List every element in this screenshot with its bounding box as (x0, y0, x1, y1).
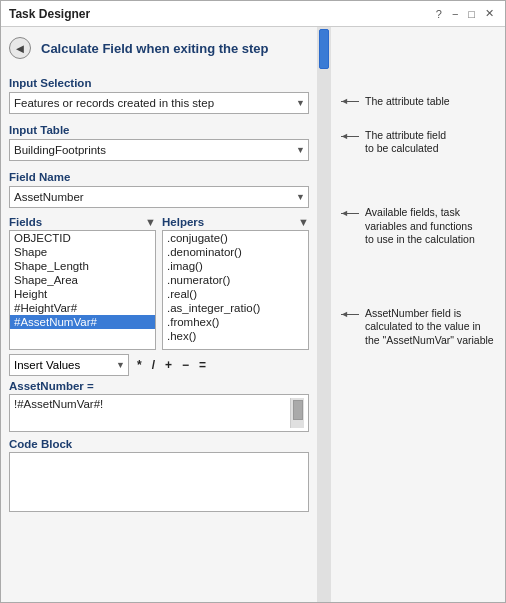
asset-number-note: AssetNumber field iscalculated to the va… (365, 307, 494, 348)
list-item[interactable]: .fromhex() (163, 315, 308, 329)
fields-listbox[interactable]: OBJECTID Shape Shape_Length Shape_Area H… (9, 230, 156, 350)
note-attribute-table: ◄ The attribute table (341, 95, 495, 109)
fields-helpers-row: Fields ▼ OBJECTID Shape Shape_Length Sha… (9, 216, 309, 350)
form-panel: ◄ Calculate Field when exiting the step … (1, 27, 317, 602)
operators-group: * / + − = (135, 357, 208, 373)
task-designer-window: Task Designer ? − □ ✕ ◄ Calculate Field … (0, 0, 506, 603)
divide-operator[interactable]: / (150, 357, 157, 373)
maximize-btn[interactable]: □ (465, 8, 478, 20)
note-attribute-field: ◄ The attribute fieldto be calculated (341, 129, 495, 156)
list-item[interactable]: .denominator() (163, 245, 308, 259)
input-selection-dropdown-wrap: Features or records created in this step… (9, 92, 309, 114)
main-content: ◄ Calculate Field when exiting the step … (1, 27, 505, 602)
helpers-column: Helpers ▼ .conjugate() .denominator() .i… (162, 216, 309, 350)
window-controls: ? − □ ✕ (433, 7, 497, 20)
fields-label: Fields (9, 216, 42, 228)
titlebar: Task Designer ? − □ ✕ (1, 1, 505, 27)
list-item[interactable]: Height (10, 287, 155, 301)
input-table-label: Input Table (9, 124, 309, 136)
expression-scroll-area: !#AssetNumVar#! (14, 398, 304, 428)
list-item[interactable]: #HeightVar# (10, 301, 155, 315)
back-icon: ◄ (14, 41, 27, 56)
page-title: Calculate Field when exiting the step (41, 41, 269, 56)
note-available-fields: ◄ Available fields, taskvariables and fu… (341, 206, 495, 247)
list-item[interactable]: .real() (163, 287, 308, 301)
expression-vscroll-thumb (293, 400, 303, 420)
field-name-label: Field Name (9, 171, 309, 183)
fields-header: Fields ▼ (9, 216, 156, 228)
field-name-dropdown-wrap: AssetNumber ▼ (9, 186, 309, 208)
attribute-field-note: The attribute fieldto be calculated (365, 129, 446, 156)
subtract-operator[interactable]: − (180, 357, 191, 373)
equals-operator[interactable]: = (197, 357, 208, 373)
helpers-header: Helpers ▼ (162, 216, 309, 228)
list-item[interactable]: .conjugate() (163, 231, 308, 245)
input-selection-dropdown[interactable]: Features or records created in this step (9, 92, 309, 114)
list-item[interactable]: Shape_Area (10, 273, 155, 287)
header-row: ◄ Calculate Field when exiting the step (9, 33, 309, 63)
list-item-selected[interactable]: #AssetNumVar# (10, 315, 155, 329)
attribute-table-note: The attribute table (365, 95, 450, 109)
panel-vscrollbar-thumb (319, 29, 329, 69)
fields-filter-icon[interactable]: ▼ (145, 216, 156, 228)
window-title: Task Designer (9, 7, 90, 21)
back-button[interactable]: ◄ (9, 37, 31, 59)
helpers-listbox[interactable]: .conjugate() .denominator() .imag() .num… (162, 230, 309, 350)
close-btn[interactable]: ✕ (482, 7, 497, 20)
fields-column: Fields ▼ OBJECTID Shape Shape_Length Sha… (9, 216, 156, 350)
insert-row: Insert Values ▼ * / + − = (9, 354, 309, 376)
code-block-box[interactable] (9, 452, 309, 512)
list-item[interactable]: .numerator() (163, 273, 308, 287)
available-fields-note: Available fields, taskvariables and func… (365, 206, 475, 247)
expression-vscrollbar (290, 398, 304, 428)
input-selection-label: Input Selection (9, 77, 309, 89)
list-item[interactable]: OBJECTID (10, 231, 155, 245)
field-name-dropdown[interactable]: AssetNumber (9, 186, 309, 208)
code-block-label: Code Block (9, 438, 309, 450)
insert-values-wrap: Insert Values ▼ (9, 354, 129, 376)
helpers-label: Helpers (162, 216, 204, 228)
panel-vscrollbar[interactable] (317, 27, 331, 602)
list-item[interactable]: .hex() (163, 329, 308, 343)
multiply-operator[interactable]: * (135, 357, 144, 373)
expression-label: AssetNumber = (9, 380, 309, 392)
expression-box: !#AssetNumVar#! (9, 394, 309, 432)
insert-values-dropdown[interactable]: Insert Values (9, 354, 129, 376)
list-item[interactable]: Shape_Length (10, 259, 155, 273)
list-item[interactable]: .imag() (163, 259, 308, 273)
add-operator[interactable]: + (163, 357, 174, 373)
sidebar-notes: ◄ The attribute table ◄ The attribute fi… (331, 27, 505, 602)
list-item[interactable]: .as_integer_ratio() (163, 301, 308, 315)
input-table-dropdown-wrap: BuildingFootprints ▼ (9, 139, 309, 161)
help-btn[interactable]: ? (433, 8, 445, 20)
expression-value[interactable]: !#AssetNumVar#! (14, 398, 290, 428)
left-panel-container: ◄ Calculate Field when exiting the step … (1, 27, 331, 602)
minimize-btn[interactable]: − (449, 8, 461, 20)
note-asset-number: ◄ AssetNumber field iscalculated to the … (341, 307, 495, 348)
helpers-filter-icon[interactable]: ▼ (298, 216, 309, 228)
input-table-dropdown[interactable]: BuildingFootprints (9, 139, 309, 161)
list-item[interactable]: Shape (10, 245, 155, 259)
